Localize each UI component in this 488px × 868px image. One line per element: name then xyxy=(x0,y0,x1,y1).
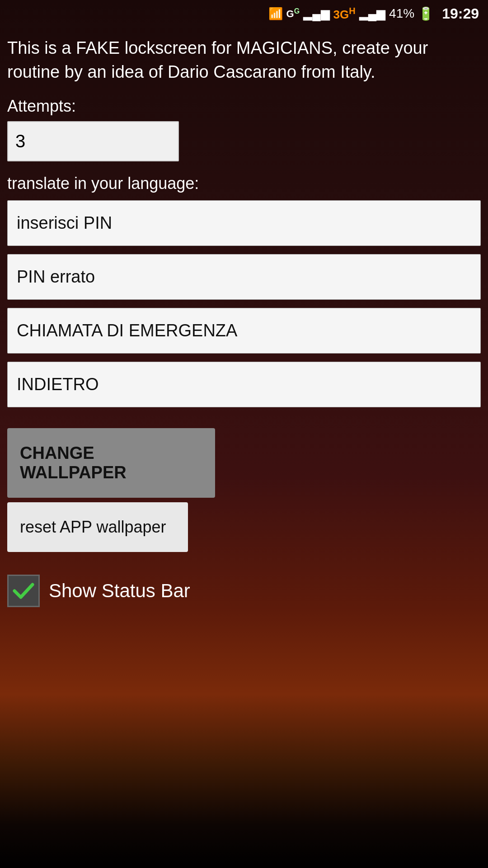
main-content: This is a FAKE lockscreen for MAGICIANS,… xyxy=(0,27,488,621)
battery-icon: 🔋 xyxy=(418,6,434,21)
attempts-input[interactable]: 3 xyxy=(7,121,179,161)
wallpaper-buttons: CHANGE WALLPAPER reset APP wallpaper xyxy=(7,428,481,552)
show-status-bar-row: Show Status Bar xyxy=(7,570,481,612)
signal-bars-icon: ▂▄▆ xyxy=(303,7,329,21)
status-bar: 📶 GG ▂▄▆ 3GH ▂▄▆ 41% 🔋 19:29 xyxy=(0,0,488,27)
translation-fields: inserisci PIN PIN errato CHIAMATA DI EME… xyxy=(7,200,481,410)
change-wallpaper-button[interactable]: CHANGE WALLPAPER xyxy=(7,428,215,498)
battery-indicator: 41% xyxy=(389,6,414,21)
translate-label: translate in your language: xyxy=(7,174,481,193)
app-description: This is a FAKE lockscreen for MAGICIANS,… xyxy=(7,36,481,84)
show-status-bar-label: Show Status Bar xyxy=(49,580,190,602)
status-time: 19:29 xyxy=(442,5,479,22)
show-status-bar-checkbox[interactable] xyxy=(7,575,40,607)
attempts-label: Attempts: xyxy=(7,97,481,116)
translation-field-1[interactable]: inserisci PIN xyxy=(7,200,481,246)
status-icons: 📶 GG ▂▄▆ 3GH ▂▄▆ 41% 🔋 19:29 xyxy=(268,5,479,22)
translation-field-2[interactable]: PIN errato xyxy=(7,254,481,300)
checkmark-icon xyxy=(12,579,35,603)
3g-icon: 3GH xyxy=(333,6,356,22)
translation-field-4[interactable]: INDIETRO xyxy=(7,362,481,407)
wifi-icon: 📶 xyxy=(268,7,283,21)
g-network-icon: GG xyxy=(286,7,300,20)
reset-wallpaper-button[interactable]: reset APP wallpaper xyxy=(7,502,188,552)
translation-field-3[interactable]: CHIAMATA DI EMERGENZA xyxy=(7,308,481,354)
signal-bars-2-icon: ▂▄▆ xyxy=(359,7,385,21)
